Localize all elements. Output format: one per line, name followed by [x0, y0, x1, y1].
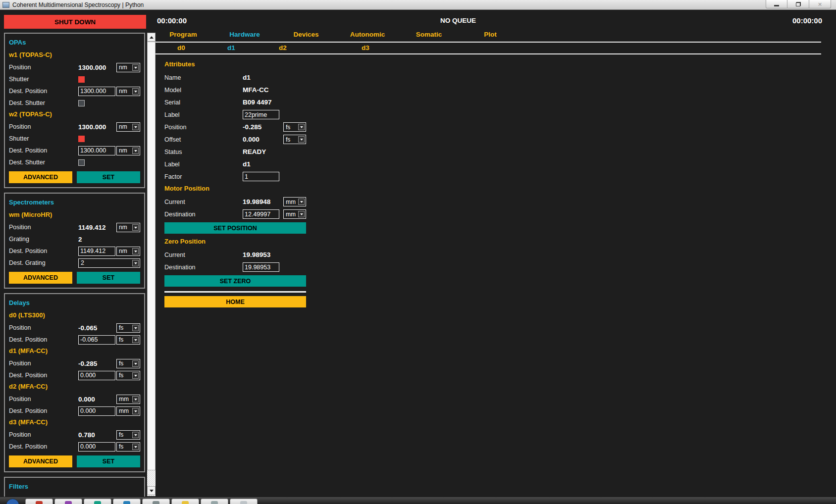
factor-input[interactable]	[243, 172, 279, 181]
device-header-d0: d0 (LTS300)	[9, 310, 140, 322]
tab-plot[interactable]: Plot	[460, 31, 521, 38]
field-label: Destination	[164, 211, 243, 218]
unit-dropdown[interactable]: fs	[283, 122, 306, 132]
shutdown-button[interactable]: SHUT DOWN	[4, 15, 146, 29]
dest-position-input[interactable]	[78, 442, 115, 452]
taskbar-app-button[interactable]	[201, 499, 228, 504]
scroll-down-arrow-icon[interactable]	[147, 486, 156, 495]
dropdown-arrow-icon[interactable]	[132, 408, 139, 414]
tab-autonomic[interactable]: Autonomic	[337, 31, 398, 38]
start-orb[interactable]	[6, 499, 19, 504]
taskbar-app-button[interactable]	[230, 499, 258, 504]
set-position-button[interactable]: SET POSITION	[164, 222, 306, 234]
unit-label: fs	[117, 336, 132, 343]
unit-label: mm	[284, 211, 298, 218]
dropdown-arrow-icon[interactable]	[132, 148, 139, 154]
field-label: Shutter	[9, 135, 78, 142]
label-input[interactable]	[243, 110, 279, 119]
dest-shutter-checkbox[interactable]	[78, 100, 85, 106]
unit-dropdown[interactable]: fs	[116, 359, 140, 368]
dropdown-arrow-icon[interactable]	[132, 224, 139, 231]
dropdown-arrow-icon[interactable]	[132, 360, 139, 367]
dropdown-arrow-icon[interactable]	[132, 444, 139, 450]
dropdown-arrow-icon[interactable]	[132, 260, 139, 266]
name-row: Name d1	[164, 71, 306, 84]
taskbar-app-button[interactable]	[142, 499, 170, 504]
unit-dropdown[interactable]: mm	[116, 406, 140, 416]
motor-destination-input[interactable]	[243, 209, 279, 219]
dest-grating-select[interactable]: 2	[78, 258, 140, 268]
taskbar-app-button[interactable]	[54, 499, 82, 504]
dest-position-input[interactable]	[78, 247, 115, 256]
unit-dropdown[interactable]: mm	[283, 197, 306, 206]
dropdown-arrow-icon[interactable]	[298, 199, 305, 205]
taskbar-app-button[interactable]	[171, 499, 199, 504]
scroll-up-arrow-icon[interactable]	[147, 33, 156, 42]
unit-dropdown[interactable]: nm	[116, 146, 140, 155]
unit-label: mm	[117, 407, 132, 414]
dropdown-arrow-icon[interactable]	[298, 211, 305, 217]
unit-dropdown[interactable]: mm	[116, 395, 140, 404]
dropdown-arrow-icon[interactable]	[132, 248, 139, 254]
unit-dropdown[interactable]: fs	[116, 323, 140, 333]
dest-shutter-checkbox[interactable]	[78, 159, 85, 166]
field-label: Dest. Shutter	[9, 159, 78, 166]
subtab-d1[interactable]: d1	[227, 44, 235, 51]
tab-program[interactable]: Program	[153, 31, 214, 38]
unit-dropdown[interactable]: fs	[283, 135, 306, 144]
tab-devices[interactable]: Devices	[275, 31, 337, 38]
set-button[interactable]: SET	[77, 171, 140, 183]
dest-position-input[interactable]	[78, 87, 115, 96]
dropdown-arrow-icon[interactable]	[132, 372, 139, 379]
field-label: Factor	[164, 173, 243, 180]
field-label: Destination	[164, 264, 243, 271]
unit-dropdown[interactable]: nm	[116, 87, 140, 96]
set-zero-button[interactable]: SET ZERO	[164, 275, 306, 287]
unit-dropdown[interactable]: nm	[116, 247, 140, 256]
dest-position-input[interactable]	[78, 335, 115, 345]
home-button[interactable]: HOME	[164, 296, 306, 307]
dropdown-arrow-icon[interactable]	[298, 124, 305, 130]
dest-position-input[interactable]	[78, 146, 115, 155]
unit-dropdown[interactable]: fs	[116, 335, 140, 345]
advanced-button[interactable]: ADVANCED	[9, 171, 72, 183]
app-icon	[94, 501, 101, 504]
subtab-d0[interactable]: d0	[177, 44, 185, 51]
unit-dropdown[interactable]: nm	[116, 63, 140, 72]
close-button[interactable]: ×	[809, 0, 831, 8]
dropdown-arrow-icon[interactable]	[132, 64, 139, 71]
zero-destination-input[interactable]	[243, 262, 279, 272]
unit-dropdown[interactable]: fs	[116, 442, 140, 452]
unit-dropdown[interactable]: nm	[116, 223, 140, 232]
app-icon	[240, 501, 247, 504]
scrollbar-thumb[interactable]	[147, 42, 156, 470]
dropdown-arrow-icon[interactable]	[298, 136, 305, 143]
taskbar-app-button[interactable]	[113, 499, 141, 504]
dropdown-arrow-icon[interactable]	[132, 337, 139, 343]
unit-dropdown[interactable]: fs	[116, 371, 140, 380]
subtab-d3[interactable]: d3	[362, 44, 369, 51]
advanced-button[interactable]: ADVANCED	[9, 455, 72, 467]
unit-dropdown[interactable]: mm	[283, 209, 306, 219]
field-label: Offset	[164, 136, 243, 143]
minimize-button[interactable]	[766, 0, 787, 8]
advanced-button[interactable]: ADVANCED	[9, 272, 72, 284]
dropdown-arrow-icon[interactable]	[132, 88, 139, 95]
dest-position-input[interactable]	[78, 406, 115, 416]
dest-position-input[interactable]	[78, 371, 115, 380]
unit-dropdown[interactable]: nm	[116, 122, 140, 132]
unit-dropdown[interactable]: fs	[116, 430, 140, 440]
restore-button[interactable]	[787, 0, 809, 8]
dropdown-arrow-icon[interactable]	[132, 396, 139, 403]
taskbar-app-button[interactable]	[25, 499, 53, 504]
taskbar-app-button[interactable]	[84, 499, 111, 504]
set-button[interactable]: SET	[77, 455, 140, 467]
dropdown-arrow-icon[interactable]	[132, 124, 139, 130]
tab-hardware[interactable]: Hardware	[214, 31, 275, 38]
subtab-d2[interactable]: d2	[279, 44, 287, 51]
dropdown-arrow-icon[interactable]	[132, 325, 139, 331]
tab-somatic[interactable]: Somatic	[398, 31, 460, 38]
dropdown-arrow-icon[interactable]	[132, 432, 139, 438]
set-button[interactable]: SET	[77, 272, 140, 284]
sidebar-scrollbar[interactable]	[147, 33, 156, 496]
